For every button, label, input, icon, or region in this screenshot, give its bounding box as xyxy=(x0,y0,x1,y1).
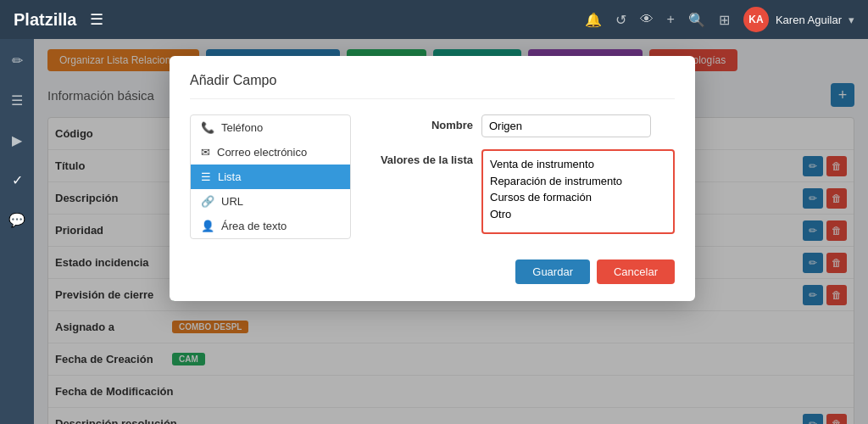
cancelar-button[interactable]: Cancelar xyxy=(597,259,675,284)
field-type-dropdown[interactable]: 📞 Teléfono ✉ Correo electrónico ☰ Lista xyxy=(190,114,351,239)
modal-overlay[interactable]: Añadir Campo 📞 Teléfono ✉ Correo electró… xyxy=(34,39,868,424)
sidebar-edit-icon[interactable]: ✏ xyxy=(7,47,28,74)
user-chevron-icon: ▾ xyxy=(849,14,854,26)
username: Karen Aguilar xyxy=(776,14,842,26)
grid-icon[interactable]: ⊞ xyxy=(719,12,730,28)
correo-icon: ✉ xyxy=(201,146,210,159)
user-menu[interactable]: KA Karen Aguilar ▾ xyxy=(743,7,854,32)
header-right: 🔔 ↺ 👁 + 🔍 ⊞ KA Karen Aguilar ▾ xyxy=(585,7,854,32)
valores-textarea[interactable]: Venta de instrumento Reparación de instr… xyxy=(481,149,675,234)
nombre-label: Nombre xyxy=(371,114,473,131)
valores-label: Valores de la lista xyxy=(371,149,473,166)
dropdown-item-lista[interactable]: ☰ Lista xyxy=(191,165,350,189)
nombre-input[interactable] xyxy=(481,114,651,137)
dropdown-item-label: Teléfono xyxy=(221,121,263,134)
guardar-button[interactable]: Guardar xyxy=(515,259,590,284)
dropdown-item-correo[interactable]: ✉ Correo electrónico xyxy=(191,140,350,165)
header-left: Platzilla ☰ xyxy=(14,10,103,30)
dropdown-item-area[interactable]: 👤 Área de texto xyxy=(191,214,350,238)
header: Platzilla ☰ 🔔 ↺ 👁 + 🔍 ⊞ KA Karen Aguilar… xyxy=(0,0,868,39)
area-icon: 👤 xyxy=(201,220,214,232)
url-icon: 🔗 xyxy=(201,195,214,208)
sidebar-list-icon[interactable]: ☰ xyxy=(6,87,28,114)
undo-icon[interactable]: ↺ xyxy=(615,12,626,28)
nombre-group: Nombre xyxy=(371,114,675,137)
main-content: Organizar Lista Relacionada Botones Pers… xyxy=(34,39,868,424)
app-logo: Platzilla xyxy=(14,10,76,30)
telefono-icon: 📞 xyxy=(201,121,214,134)
view-icon[interactable]: 👁 xyxy=(640,12,654,27)
modal-footer: Guardar Cancelar xyxy=(190,259,675,284)
notification-icon[interactable]: 🔔 xyxy=(585,12,602,28)
dropdown-item-label: Lista xyxy=(218,170,241,183)
search-icon[interactable]: 🔍 xyxy=(688,12,705,28)
dropdown-item-label: URL xyxy=(221,195,243,208)
modal-body: 📞 Teléfono ✉ Correo electrónico ☰ Lista xyxy=(190,114,675,246)
dropdown-item-label: Correo electrónico xyxy=(217,146,307,159)
menu-icon[interactable]: ☰ xyxy=(90,10,103,29)
sidebar-check-icon[interactable]: ✓ xyxy=(7,167,28,193)
avatar: KA xyxy=(743,7,769,32)
sidebar-play-icon[interactable]: ▶ xyxy=(7,127,27,153)
lista-icon: ☰ xyxy=(201,170,211,183)
modal-right: Nombre Valores de la lista Venta de inst… xyxy=(371,114,675,246)
sidebar-chat-icon[interactable]: 💬 xyxy=(3,207,31,233)
sidebar: ✏ ☰ ▶ ✓ 💬 xyxy=(0,39,34,424)
dropdown-item-label: Área de texto xyxy=(221,220,287,232)
modal-left: 📞 Teléfono ✉ Correo electrónico ☰ Lista xyxy=(190,114,351,246)
dropdown-item-url[interactable]: 🔗 URL xyxy=(191,189,350,214)
valores-group: Valores de la lista Venta de instrumento… xyxy=(371,149,675,234)
add-icon[interactable]: + xyxy=(667,12,675,27)
dropdown-item-telefono[interactable]: 📞 Teléfono xyxy=(191,115,350,140)
add-field-modal: Añadir Campo 📞 Teléfono ✉ Correo electró… xyxy=(170,56,695,301)
modal-title: Añadir Campo xyxy=(190,73,675,99)
